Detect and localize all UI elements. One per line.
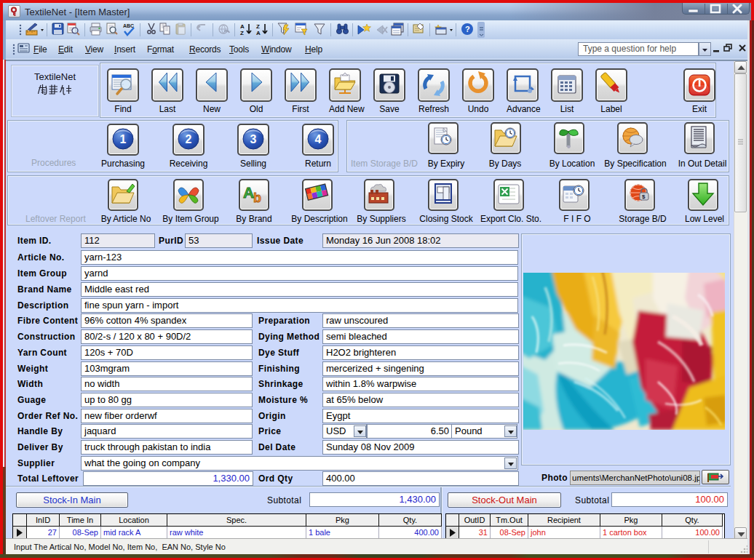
svg-text:4: 4 xyxy=(315,133,322,145)
svg-text:A: A xyxy=(256,30,261,36)
svg-text:2: 2 xyxy=(186,133,192,145)
svg-text:Z: Z xyxy=(256,23,260,30)
svg-text:Z: Z xyxy=(240,30,244,36)
svg-text:A: A xyxy=(240,23,245,30)
svg-text:ABC: ABC xyxy=(123,23,134,28)
svg-text:1: 1 xyxy=(120,133,127,145)
svg-text:$: $ xyxy=(642,193,646,200)
svg-text:b: b xyxy=(253,191,261,205)
svg-text:?: ? xyxy=(465,25,470,33)
svg-text:3: 3 xyxy=(250,133,257,145)
svg-text:A: A xyxy=(243,184,254,201)
